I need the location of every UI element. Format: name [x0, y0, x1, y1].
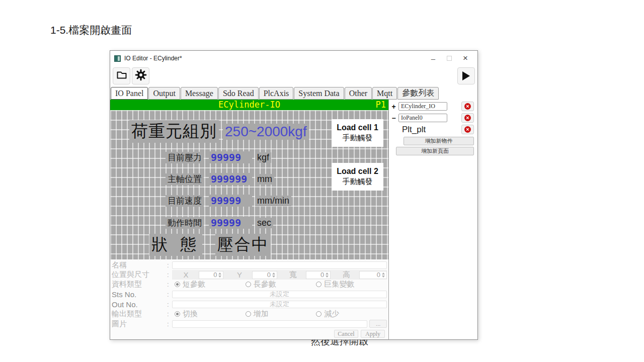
y-value: 0	[253, 271, 272, 279]
colon: :	[167, 320, 172, 328]
output-type-options: 切換 增加 減少	[175, 309, 387, 319]
collapse-minus-icon[interactable]: −	[391, 115, 396, 122]
delete-button[interactable]: ×	[461, 102, 474, 111]
status-row: 狀 態 壓合中	[149, 234, 271, 256]
radio-decrease[interactable]: 減少	[316, 309, 387, 319]
colon: :	[167, 301, 172, 308]
delete-x-icon: ×	[464, 115, 471, 121]
close-button[interactable]: ×	[457, 52, 473, 65]
browse-button[interactable]: ...	[369, 320, 387, 328]
y-label: Y	[233, 270, 245, 279]
name-input[interactable]	[172, 261, 387, 269]
run-button[interactable]	[457, 67, 475, 84]
apply-button[interactable]: Apply	[361, 330, 385, 338]
radio-icon	[316, 311, 321, 317]
delete-button[interactable]: ×	[461, 125, 474, 134]
radio-icon	[175, 311, 180, 317]
row-action-time: 動作時間 99999 sec	[166, 217, 273, 229]
delete-button[interactable]: ×	[461, 113, 474, 123]
form-row-out-no: Out No. :	[112, 299, 387, 309]
panel-header: ECylinder-IO P1	[110, 100, 388, 110]
form-buttons: Cancel Apply	[112, 329, 387, 339]
sts-no-label: Sts No.	[112, 290, 167, 299]
loadcell-2-title: Load cell 2	[337, 167, 378, 176]
app-icon	[114, 55, 121, 62]
row-value: 99999	[209, 151, 252, 163]
window-title: IO Editor - ECylinder*	[124, 55, 182, 62]
x-value: 0	[199, 271, 218, 279]
tab-mqtt[interactable]: Mqtt	[372, 87, 397, 100]
image-label: 圖片	[112, 319, 167, 329]
panel-page-badge: P1	[376, 100, 386, 110]
width-stepper[interactable]: 0	[306, 271, 331, 279]
cancel-button[interactable]: Cancel	[334, 330, 358, 338]
titlebar[interactable]: IO Editor - ECylinder* – ×	[110, 51, 477, 66]
radio-macro-var[interactable]: 巨集變數	[316, 280, 387, 289]
add-object-button[interactable]: 增加新物件	[404, 137, 474, 145]
radio-icon	[175, 282, 180, 287]
tab-io-panel[interactable]: IO Panel	[111, 87, 148, 100]
loadcell-1-button[interactable]: Load cell 1 手動觸發	[332, 119, 383, 147]
stepper-arrows-icon[interactable]	[218, 273, 223, 278]
maximize-icon	[447, 56, 452, 61]
io-editor-window: IO Editor - ECylinder* – ×	[110, 50, 478, 340]
folder-icon	[116, 69, 128, 83]
tab-message[interactable]: Message	[181, 87, 218, 100]
row-label: 目前壓力	[166, 152, 204, 163]
radio-short-param[interactable]: 短參數	[175, 280, 246, 289]
tab-system-data[interactable]: System Data	[294, 87, 344, 100]
tree-row-plt-plt: Plt_plt ×	[389, 124, 477, 135]
play-icon	[462, 71, 470, 80]
stepper-arrows-icon[interactable]	[272, 273, 277, 278]
name-label: 名稱	[112, 260, 167, 270]
row-unit: sec	[255, 218, 273, 228]
height-label: 高	[341, 270, 352, 280]
loadcell-1-action: 手動觸發	[343, 133, 373, 143]
sts-no-input[interactable]	[172, 291, 387, 298]
out-no-label: Out No.	[112, 300, 167, 309]
delete-x-icon: ×	[464, 126, 471, 133]
datatype-label: 資料類型	[112, 280, 167, 289]
loadcell-2-button[interactable]: Load cell 2 手動觸發	[332, 163, 383, 191]
radio-icon	[246, 282, 251, 287]
out-no-input[interactable]	[172, 301, 387, 308]
height-value: 0	[360, 271, 381, 279]
colon: :	[167, 310, 172, 318]
stepper-arrows-icon[interactable]	[325, 273, 330, 278]
open-file-button[interactable]	[113, 67, 130, 84]
group-value[interactable]: 250~2000kgf	[223, 124, 309, 140]
image-path-input[interactable]	[172, 320, 367, 328]
tree-item-name-input[interactable]	[398, 114, 447, 122]
stepper-arrows-icon[interactable]	[381, 273, 386, 278]
settings-button[interactable]	[132, 67, 149, 84]
radio-icon	[316, 282, 321, 287]
tab-output[interactable]: Output	[148, 87, 180, 100]
tab-sdo-read[interactable]: Sdo Read	[218, 87, 259, 100]
radio-toggle[interactable]: 切換	[175, 309, 246, 319]
row-unit: mm/min	[255, 196, 291, 206]
row-spindle-position: 主軸位置 999999 mm	[166, 173, 274, 185]
property-form: 名稱 : 位置與尺寸 : X 0 Y	[110, 259, 388, 339]
radio-long-param[interactable]: 長參數	[246, 280, 316, 289]
position-size-label: 位置與尺寸	[112, 270, 167, 280]
maximize-button[interactable]	[441, 52, 457, 65]
height-stepper[interactable]: 0	[359, 271, 387, 279]
x-stepper[interactable]: 0	[199, 271, 224, 279]
row-value: 999999	[209, 173, 252, 185]
output-type-label: 輸出類型	[112, 309, 167, 319]
collapse-plus-icon[interactable]: +	[391, 103, 396, 110]
tree-item-label[interactable]: Plt_plt	[402, 125, 426, 135]
tab-other[interactable]: Other	[345, 87, 372, 100]
y-stepper[interactable]: 0	[252, 271, 277, 279]
form-row-output-type: 輸出類型 : 切換 增加	[112, 309, 387, 319]
panel-grid-area[interactable]: 荷重元組別 250~2000kgf Load cell 1 手動觸發 目前壓力 …	[110, 110, 388, 259]
add-page-button[interactable]: 增加新頁面	[396, 147, 474, 155]
loadcell-2-action: 手動觸發	[343, 177, 373, 187]
tab-plcaxis[interactable]: PlcAxis	[259, 87, 294, 100]
radio-increase[interactable]: 增加	[246, 309, 316, 319]
toolbar	[110, 66, 477, 86]
tree-item-name-input[interactable]	[398, 102, 447, 111]
tab-parameter-list[interactable]: 參數列表	[397, 87, 439, 100]
minimize-button[interactable]: –	[425, 52, 441, 65]
row-unit: mm	[255, 174, 274, 185]
